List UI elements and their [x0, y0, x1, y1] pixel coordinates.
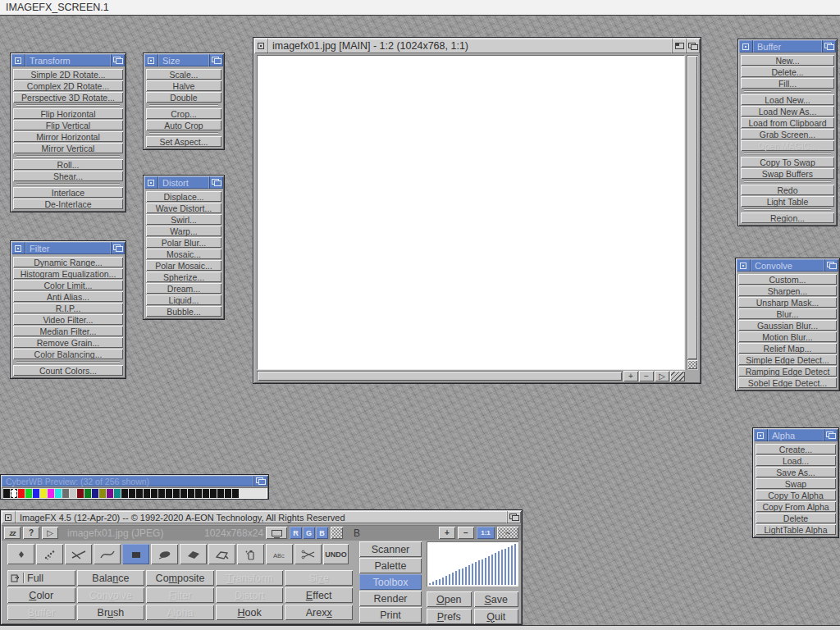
perspective-3d-rotate-button[interactable]: Perspective 3D Rotate...: [13, 92, 123, 103]
palette-swatch[interactable]: [121, 489, 128, 498]
zoom-gadget[interactable]: [672, 39, 686, 53]
b-channel-button[interactable]: B: [316, 527, 328, 539]
palette-swatch[interactable]: [195, 489, 202, 498]
swap-button[interactable]: Swap: [756, 478, 836, 489]
dither-preview-button[interactable]: ~: [497, 527, 518, 539]
text-tool[interactable]: ABC: [266, 544, 293, 564]
close-gadget[interactable]: [2, 511, 16, 523]
resize-gadget[interactable]: [670, 371, 685, 381]
panel-titlebar[interactable]: Filter: [11, 242, 125, 254]
sobel-edge-detect-button[interactable]: Sobel Edge Detect...: [738, 377, 837, 388]
transform-button[interactable]: Transform: [216, 570, 284, 586]
scale-button[interactable]: Scale...: [146, 69, 221, 80]
palette-swatch[interactable]: [99, 489, 106, 498]
de-interlace-button[interactable]: De-Interlace: [13, 199, 123, 209]
light-table-button[interactable]: Light Table: [741, 196, 834, 207]
delete-button[interactable]: Delete: [756, 513, 836, 523]
zoom-out-button[interactable]: −: [639, 371, 654, 381]
convolve-button[interactable]: Convolve: [77, 587, 145, 603]
close-gadget[interactable]: [144, 176, 158, 189]
panel-titlebar[interactable]: Convolve: [737, 259, 838, 272]
size-button[interactable]: Size: [285, 570, 353, 586]
auto-crop-button[interactable]: Auto Crop: [146, 120, 221, 130]
distort-button[interactable]: Distort: [216, 587, 284, 603]
main-window-titlebar[interactable]: imagefx01.jpg [MAIN] - 1:2 (1024x768, 1:…: [254, 39, 700, 53]
load-new-as-button[interactable]: Load New As...: [741, 106, 834, 116]
depth-gadget[interactable]: [824, 259, 838, 272]
screen-mode-button[interactable]: [266, 527, 287, 539]
sharpen-button[interactable]: Sharpen...: [738, 285, 837, 296]
simple-2d-rotate-button[interactable]: Simple 2D Rotate...: [13, 69, 123, 80]
full-button[interactable]: Full: [7, 570, 75, 586]
rectangle-tool[interactable]: [122, 544, 149, 564]
balance-button[interactable]: Balance: [77, 570, 145, 586]
palette-swatch[interactable]: [62, 489, 69, 498]
palette-swatch[interactable]: [77, 489, 84, 498]
swap-buffers-button[interactable]: Swap Buffers: [741, 168, 834, 179]
scroll-dither-button[interactable]: [687, 360, 697, 369]
depth-gadget[interactable]: [111, 242, 125, 254]
panel-titlebar[interactable]: Transform: [11, 54, 125, 66]
close-gadget[interactable]: [11, 54, 25, 66]
save-as-button[interactable]: Save As...: [756, 467, 836, 477]
alpha-button[interactable]: Alpha: [146, 605, 214, 620]
palette-swatch[interactable]: [210, 489, 217, 498]
dynamic-range-button[interactable]: Dynamic Range...: [13, 257, 123, 267]
blur-button[interactable]: Blur...: [738, 308, 837, 319]
anti-alias-button[interactable]: Anti Alias...: [13, 291, 123, 302]
brush-button[interactable]: Brush: [77, 605, 145, 620]
buffer-button[interactable]: Buffer: [7, 605, 75, 620]
palette-swatch[interactable]: [166, 489, 172, 498]
r-i-p-button[interactable]: R.I.P...: [13, 303, 123, 313]
horizontal-scrollbar[interactable]: [257, 371, 623, 381]
mode-print-button[interactable]: Print: [359, 607, 422, 623]
shear-button[interactable]: Shear...: [13, 171, 123, 181]
mode-toolbox-button[interactable]: Toolbox: [359, 574, 422, 590]
palette-swatch[interactable]: [225, 489, 231, 498]
palette-swatch[interactable]: [3, 489, 10, 498]
palette-swatch[interactable]: [55, 489, 62, 498]
ellipse-tool[interactable]: [151, 544, 178, 564]
spherize-button[interactable]: Spherize...: [146, 272, 221, 282]
palette-swatch[interactable]: [217, 489, 224, 498]
palette-swatch[interactable]: [158, 489, 165, 498]
video-filter-button[interactable]: Video Filter...: [13, 314, 123, 325]
palette-swatch[interactable]: [107, 489, 113, 498]
hook-button[interactable]: Hook: [216, 605, 284, 620]
displace-button[interactable]: Displace...: [146, 191, 221, 202]
close-gadget[interactable]: [11, 242, 25, 254]
copy-from-alpha-button[interactable]: Copy From Alpha: [756, 501, 836, 512]
vertical-scrollbar[interactable]: [687, 55, 698, 370]
mirror-horizontal-button[interactable]: Mirror Horizontal: [13, 131, 123, 142]
filter-button[interactable]: Filter: [146, 587, 214, 603]
panel-titlebar[interactable]: Alpha: [754, 429, 838, 441]
palette-swatch[interactable]: [180, 489, 187, 498]
liquid-button[interactable]: Liquid...: [146, 294, 221, 305]
open-magic-button[interactable]: Open MAGIC...: [741, 140, 834, 151]
unsharp-mask-button[interactable]: Unsharp Mask...: [738, 297, 837, 308]
panel-titlebar[interactable]: Size: [144, 54, 223, 66]
depth-gadget[interactable]: [824, 429, 838, 441]
lighttable-alpha-button[interactable]: LightTable Alpha: [756, 524, 836, 535]
polygon-tool[interactable]: [180, 544, 207, 564]
palette-swatch[interactable]: [70, 489, 76, 498]
bubble-button[interactable]: Bubble...: [146, 306, 221, 317]
motion-blur-button[interactable]: Motion Blur...: [738, 331, 837, 342]
mode-palette-button[interactable]: Palette: [359, 558, 422, 573]
depth-gadget[interactable]: [111, 54, 125, 66]
depth-gadget[interactable]: [822, 40, 836, 52]
sleep-button[interactable]: zz: [4, 527, 21, 539]
palette-swatch[interactable]: [136, 489, 143, 498]
grab-screen-button[interactable]: Grab Screen...: [741, 129, 834, 139]
color-button[interactable]: Color: [7, 587, 75, 603]
gaussian-blur-button[interactable]: Gaussian Blur...: [738, 320, 837, 331]
swirl-button[interactable]: Swirl...: [146, 214, 221, 225]
flip-horizontal-button[interactable]: Flip Horizontal: [13, 108, 123, 119]
palette-swatch[interactable]: [33, 489, 39, 498]
arexx-button[interactable]: Arexx: [285, 605, 353, 620]
magnify-in-button[interactable]: +: [439, 527, 455, 539]
double-button[interactable]: Double: [146, 92, 221, 103]
fill-button[interactable]: Fill...: [741, 78, 834, 89]
palette-swatch[interactable]: [151, 489, 158, 498]
vertical-scroll-thumb[interactable]: [687, 56, 697, 359]
